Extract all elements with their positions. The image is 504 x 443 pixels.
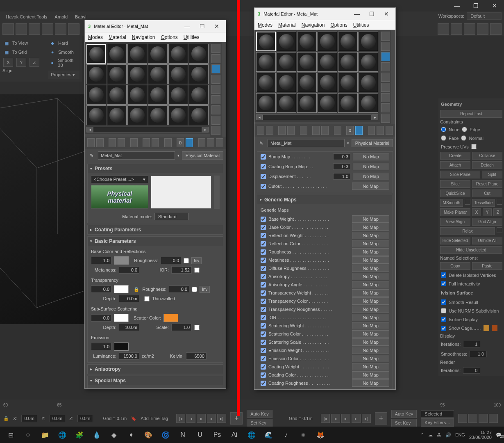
swatch-scroll-right-button[interactable]: ▸: [372, 114, 378, 120]
next-frame-button[interactable]: ▸: [352, 414, 361, 423]
preset-dropdown[interactable]: <Choose Preset....>▾: [91, 176, 148, 183]
genericmap-button[interactable]: No Map: [352, 379, 389, 387]
mat-tool-icon[interactable]: [321, 126, 329, 135]
material-swatch[interactable]: [256, 52, 276, 72]
mat-tool-icon[interactable]: [278, 126, 286, 135]
constraint-none-radio[interactable]: [441, 127, 446, 132]
sss-depth-spinner[interactable]: [119, 324, 139, 331]
tag-icon[interactable]: 🔖: [131, 416, 136, 421]
toolbar-icon[interactable]: [438, 23, 449, 35]
bumpmap-checkbox[interactable]: [261, 154, 266, 160]
y-field[interactable]: 0.0m: [50, 415, 65, 422]
genericmap-button[interactable]: No Map: [352, 306, 389, 313]
genericmap-button[interactable]: No Map: [352, 248, 389, 256]
material-swatch[interactable]: [359, 52, 378, 72]
makeplanar-button[interactable]: Make Planar: [440, 208, 470, 216]
sss-scale-spinner[interactable]: [171, 324, 192, 331]
genericmap-checkbox[interactable]: [261, 381, 266, 386]
taskbar-app-icon[interactable]: Ps: [209, 428, 225, 441]
attach-button[interactable]: Attach: [440, 161, 470, 169]
material-swatch[interactable]: [359, 32, 378, 51]
basic-rollout-header[interactable]: ▾Basic Parameters: [88, 237, 223, 246]
mat-tool-icon[interactable]: [152, 138, 159, 147]
material-swatch[interactable]: [277, 52, 296, 72]
genericmap-checkbox[interactable]: [261, 315, 266, 320]
mat-tool-icon[interactable]: [164, 138, 172, 147]
matedit-max-button[interactable]: ☐: [196, 22, 208, 30]
isoline-checkbox[interactable]: [441, 317, 446, 322]
nav-tool-icon[interactable]: [468, 414, 477, 423]
material-swatch[interactable]: [318, 73, 337, 92]
presets-rollout-header[interactable]: ▾Presets: [88, 164, 223, 173]
material-swatch[interactable]: [256, 73, 276, 92]
taskbar-app-icon[interactable]: ⊞: [2, 428, 19, 441]
setkey-button[interactable]: Set Key: [391, 419, 417, 427]
split-button[interactable]: Split: [482, 171, 502, 178]
material-swatch[interactable]: [277, 32, 296, 51]
genericmap-checkbox[interactable]: [261, 299, 266, 304]
material-swatch[interactable]: [168, 85, 188, 105]
tray-volume-icon[interactable]: 🔊: [445, 432, 451, 438]
sss-spinner[interactable]: [91, 314, 111, 322]
material-swatch[interactable]: [297, 52, 317, 72]
material-swatch[interactable]: [189, 44, 209, 64]
taskbar-app-icon[interactable]: 🌊: [261, 428, 277, 441]
genericmap-checkbox[interactable]: [261, 225, 266, 230]
constraint-normal-radio[interactable]: [461, 135, 466, 141]
genericmap-button[interactable]: No Map: [352, 363, 389, 370]
mat-tool-icon[interactable]: 0: [177, 138, 184, 147]
mat-tool-icon[interactable]: [87, 138, 95, 147]
mat-tool-icon[interactable]: [266, 126, 273, 135]
nav-tool-icon[interactable]: [479, 414, 488, 423]
swatch-scroll-left-button[interactable]: ◂: [256, 114, 263, 120]
material-type-button[interactable]: Physical Material: [182, 151, 223, 160]
mat-tool-icon[interactable]: [300, 126, 307, 135]
side-tool-icon[interactable]: [381, 93, 390, 102]
cage-color2[interactable]: [492, 325, 497, 331]
material-swatch[interactable]: [189, 105, 209, 125]
taskbar-app-icon[interactable]: 📁: [37, 428, 53, 441]
genericmap-button[interactable]: No Map: [352, 281, 389, 288]
taskbar-app-icon[interactable]: Ai: [226, 428, 243, 441]
transparency-color-swatch[interactable]: [114, 285, 129, 293]
timeline-ruler[interactable]: 60 65 95 100: [0, 400, 504, 410]
side-tool-icon[interactable]: [381, 52, 390, 61]
goto-end-button[interactable]: ▸|: [362, 414, 371, 423]
emission-color-swatch[interactable]: [114, 343, 129, 351]
roughness-inv-button[interactable]: Inv: [191, 257, 202, 264]
toolbar-icon[interactable]: [477, 23, 488, 35]
tessellate-button[interactable]: Tessellate: [472, 199, 495, 207]
swatch-scrollbar[interactable]: [93, 127, 202, 132]
genericmap-checkbox[interactable]: [261, 266, 266, 271]
copy-button[interactable]: Copy: [440, 262, 470, 270]
smoothness-spinner[interactable]: 1.0: [470, 351, 487, 357]
add-key-button[interactable]: +: [375, 412, 387, 425]
bumpmap-spinner[interactable]: [333, 153, 350, 160]
roughness-spinner[interactable]: [161, 257, 181, 264]
side-tool-icon[interactable]: [381, 103, 390, 112]
preserve-uvs-checkbox[interactable]: [471, 144, 477, 149]
matedit-menu-navigation[interactable]: Navigation: [302, 22, 325, 28]
axis-y-button[interactable]: Y: [16, 58, 26, 67]
side-tool-icon[interactable]: [211, 64, 220, 73]
quickslice-button[interactable]: QuickSlice: [440, 190, 470, 197]
transp-roughness-spinner[interactable]: [169, 285, 189, 293]
axis-x-button[interactable]: X: [3, 58, 13, 67]
taskbar-app-icon[interactable]: 🦊: [312, 428, 329, 441]
swatch-scroll-right-button[interactable]: ▸: [202, 127, 209, 132]
material-swatch[interactable]: [107, 44, 127, 64]
mat-tool-icon[interactable]: [198, 138, 206, 147]
window-min-button[interactable]: —: [447, 0, 466, 11]
side-tool-icon[interactable]: [211, 95, 220, 104]
detach-button[interactable]: Detach: [472, 161, 502, 169]
side-tool-icon[interactable]: [211, 126, 220, 135]
genericmap-button[interactable]: No Map: [352, 240, 389, 247]
lock-icon[interactable]: 🔒: [134, 287, 139, 292]
nurms-checkbox[interactable]: [441, 308, 446, 313]
planar-y-button[interactable]: Y: [483, 208, 492, 216]
taskbar-app-icon[interactable]: N: [175, 428, 191, 441]
mat-tool-icon[interactable]: [96, 138, 104, 147]
genericmap-button[interactable]: No Map: [352, 330, 389, 338]
window-close-button[interactable]: ✕: [485, 0, 504, 11]
matedit-menu-options[interactable]: Options: [330, 22, 347, 28]
